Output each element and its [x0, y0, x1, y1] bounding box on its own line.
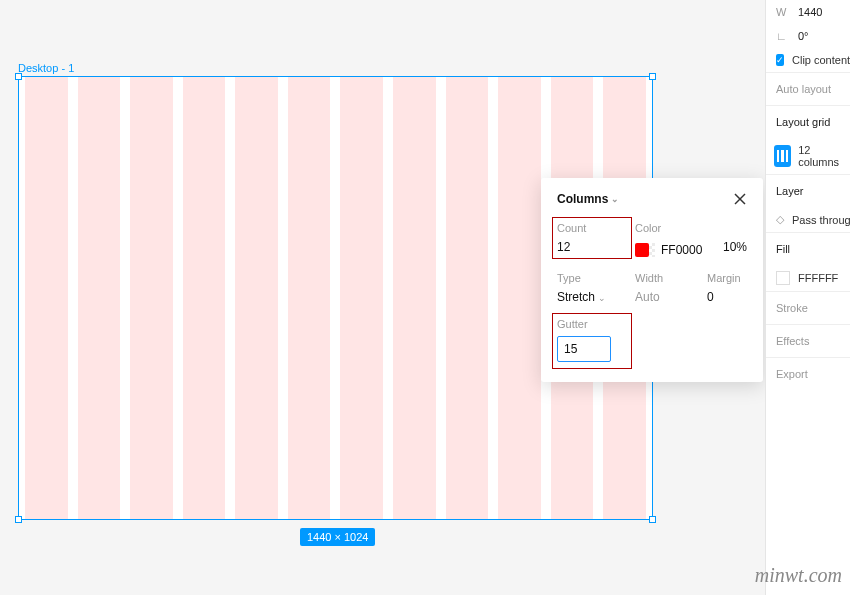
type-label: Type — [557, 272, 627, 284]
gutter-label: Gutter — [557, 318, 627, 330]
resize-handle-top-right[interactable] — [649, 73, 656, 80]
popup-title-text: Columns — [557, 192, 608, 206]
fill-swatch — [776, 271, 790, 285]
margin-label: Margin — [707, 272, 747, 284]
grid-column — [498, 77, 541, 519]
columns-grid-icon — [774, 145, 791, 167]
fill-row[interactable]: FFFFFF — [766, 265, 850, 291]
count-label: Count — [557, 222, 627, 234]
grid-column — [393, 77, 436, 519]
popup-title-dropdown[interactable]: Columns ⌄ — [557, 192, 619, 206]
watermark: minwt.com — [755, 564, 842, 587]
count-field-highlight: Count 12 — [552, 217, 632, 259]
color-swatch — [635, 243, 649, 257]
color-input[interactable]: FF0000 10% — [635, 240, 747, 258]
gutter-input[interactable] — [557, 336, 611, 362]
resize-handle-top-left[interactable] — [15, 73, 22, 80]
layoutgrid-section-title: Layout grid — [766, 105, 850, 138]
export-section[interactable]: Export — [766, 357, 850, 390]
color-label: Color — [635, 222, 747, 234]
opacity-checker-icon — [649, 243, 655, 257]
properties-panel: W 1440 ∟ 0° ✓ Clip content Auto layout L… — [765, 0, 850, 595]
layout-grid-popup: Columns ⌄ Count 12 Color FF0000 10% Type… — [541, 178, 763, 382]
frame-label[interactable]: Desktop - 1 — [18, 62, 74, 74]
width-label-icon: W — [776, 6, 790, 18]
resize-handle-bottom-left[interactable] — [15, 516, 22, 523]
fill-hex: FFFFFF — [798, 272, 838, 284]
autolayout-section[interactable]: Auto layout — [766, 72, 850, 105]
width-label: Width — [635, 272, 699, 284]
blend-mode-dropdown[interactable]: ◇ Pass through — [766, 207, 850, 232]
clip-content-label: Clip content — [792, 54, 850, 66]
angle-label-icon: ∟ — [776, 30, 790, 42]
layoutgrid-item-label: 12 columns — [798, 144, 842, 168]
grid-column — [235, 77, 278, 519]
grid-column — [288, 77, 331, 519]
layoutgrid-item[interactable]: 12 columns — [766, 138, 850, 174]
grid-column — [446, 77, 489, 519]
grid-column — [130, 77, 173, 519]
width-input[interactable]: 1440 — [798, 6, 822, 18]
type-dropdown[interactable]: Stretch ⌄ — [557, 290, 627, 304]
color-opacity-value: 10% — [723, 240, 747, 254]
close-icon[interactable] — [733, 192, 747, 206]
layer-section-title: Layer — [766, 174, 850, 207]
gutter-field-highlight: Gutter — [552, 313, 632, 369]
grid-column — [340, 77, 383, 519]
stroke-section[interactable]: Stroke — [766, 291, 850, 324]
grid-column — [25, 77, 68, 519]
width-value: Auto — [635, 290, 699, 304]
clip-content-checkbox[interactable]: ✓ — [776, 54, 784, 66]
chevron-down-icon: ⌄ — [598, 293, 606, 303]
grid-column — [78, 77, 121, 519]
blend-mode-value: Pass through — [792, 214, 850, 226]
resize-handle-bottom-right[interactable] — [649, 516, 656, 523]
fill-section-title: Fill — [766, 232, 850, 265]
margin-input[interactable]: 0 — [707, 290, 747, 304]
color-hex-value: FF0000 — [661, 243, 702, 257]
angle-input[interactable]: 0° — [798, 30, 809, 42]
count-input[interactable]: 12 — [557, 240, 627, 254]
effects-section[interactable]: Effects — [766, 324, 850, 357]
clip-content-row[interactable]: ✓ Clip content — [766, 48, 850, 72]
dimension-badge: 1440 × 1024 — [300, 528, 375, 546]
chevron-down-icon: ⌄ — [611, 194, 619, 204]
grid-column — [183, 77, 226, 519]
